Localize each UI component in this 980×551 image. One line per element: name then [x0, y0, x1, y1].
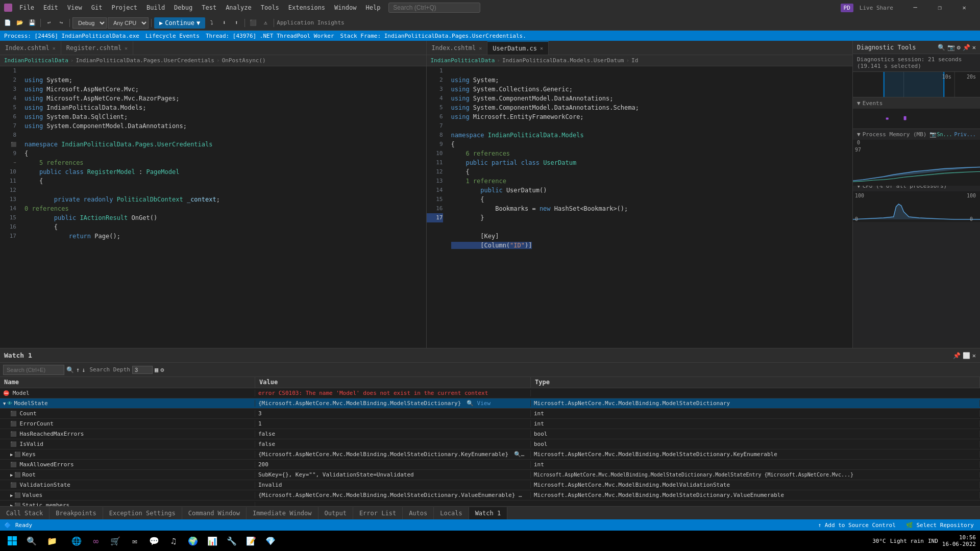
menu-edit[interactable]: Edit	[39, 3, 62, 12]
taskbar-mail-icon[interactable]: ✉	[126, 532, 144, 550]
tab-autos[interactable]: Autos	[403, 507, 434, 519]
watch-row-count[interactable]: ⬛ Count 3 int	[0, 409, 980, 419]
search-depth-input[interactable]	[132, 366, 153, 374]
taskbar-browser-icon[interactable]: 🌐	[67, 532, 86, 550]
save-btn[interactable]: 💾	[27, 17, 38, 29]
watch-row-static[interactable]: ▶ ⬛ Static members	[0, 500, 980, 506]
watch-search-input[interactable]	[3, 365, 64, 375]
watch-settings-icon[interactable]: ⚙	[160, 366, 164, 373]
menu-build[interactable]: Build	[142, 3, 169, 12]
tab-immediate-window[interactable]: Immediate Window	[247, 507, 318, 519]
undo-btn[interactable]: ↩	[43, 17, 55, 29]
platform-dropdown[interactable]: Any CPU	[108, 17, 149, 29]
watch-filter-icon[interactable]: ▦	[155, 366, 158, 373]
watch-row-errorcount[interactable]: ⬛ ErrorCount 1 int	[0, 419, 980, 429]
tab-close-icon[interactable]: ✕	[540, 45, 543, 51]
menu-tools[interactable]: Tools	[257, 3, 283, 12]
diag-settings-icon[interactable]: ⚙	[957, 44, 961, 51]
step-out-btn[interactable]: ⬆	[231, 17, 242, 29]
menu-test[interactable]: Test	[198, 3, 220, 12]
taskbar-teams-icon[interactable]: 💬	[145, 532, 163, 550]
right-code-editor[interactable]: 123456 789101112 1314151617 using System…	[427, 66, 853, 348]
live-share-btn[interactable]: Live Share	[860, 5, 893, 11]
taskbar-vs-icon[interactable]: ∞	[87, 532, 105, 550]
tab-breakpoints[interactable]: Breakpoints	[50, 507, 103, 519]
tab-index-cshtml-left[interactable]: Index.cshtml ✕	[0, 41, 61, 55]
menu-git[interactable]: Git	[87, 3, 107, 12]
watch-row-values[interactable]: ▶ ⬛ Values {Microsoft.AspNetCore.Mvc.Mod…	[0, 490, 980, 500]
lifecycle-events[interactable]: Lifecycle Events	[145, 33, 200, 39]
tab-output[interactable]: Output	[318, 507, 353, 519]
search-icon[interactable]: 🔍	[66, 366, 74, 373]
diag-camera-icon[interactable]: 📷	[947, 44, 955, 51]
tab-call-stack[interactable]: Call Stack	[0, 507, 50, 519]
taskbar-app2-icon[interactable]: 🔧	[223, 532, 241, 550]
continue-btn[interactable]: ▶ Continue ▼	[154, 17, 205, 29]
menu-debug[interactable]: Debug	[170, 3, 197, 12]
left-code-content[interactable]: using System; using Microsoft.AspNetCore…	[20, 66, 426, 348]
sort-down-icon[interactable]: ↓	[82, 366, 85, 373]
breakpoints-btn[interactable]: ⬛	[248, 17, 259, 29]
menu-window[interactable]: Window	[330, 3, 360, 12]
tab-exception-settings[interactable]: Exception Settings	[103, 507, 182, 519]
menu-view[interactable]: View	[63, 3, 86, 12]
new-file-btn[interactable]: 📄	[2, 17, 13, 29]
menu-project[interactable]: Project	[107, 3, 141, 12]
expand-modelstate-icon[interactable]: ▼	[3, 401, 6, 406]
watch-row-isvalid[interactable]: ⬛ IsValid false bool	[0, 439, 980, 449]
menu-file[interactable]: File	[15, 3, 38, 12]
tab-close-icon[interactable]: ✕	[53, 45, 56, 51]
taskbar-chrome-icon[interactable]: 🌍	[184, 532, 202, 550]
menu-help[interactable]: Help	[361, 3, 384, 12]
restore-btn[interactable]: ❐	[928, 0, 951, 15]
sort-up-icon[interactable]: ↑	[76, 366, 80, 373]
watch-row-maxallowed[interactable]: ⬛ MaxAllowedErrors 200 int	[0, 460, 980, 470]
memory-expand-icon[interactable]: ▼	[857, 131, 861, 138]
redo-btn[interactable]: ↪	[56, 17, 67, 29]
expand-values-icon[interactable]: ▶	[10, 493, 13, 498]
menu-extensions[interactable]: Extensions	[284, 3, 329, 12]
view-btn-values[interactable]: 🔍 View	[521, 492, 531, 498]
taskbar-store-icon[interactable]: 🛒	[106, 532, 125, 550]
left-code-editor[interactable]: 123456 78⬛9 ➡101112 1314151617 using Sys…	[0, 66, 426, 348]
open-btn[interactable]: 📂	[14, 17, 26, 29]
debug-config-dropdown[interactable]: Debug	[72, 17, 107, 29]
watch-row-hasreachedmaxerrors[interactable]: ⬛ HasReachedMaxErrors false bool	[0, 429, 980, 439]
step-in-btn[interactable]: ⬇	[218, 17, 230, 29]
memory-camera1-icon[interactable]: 📷	[929, 131, 937, 138]
view-btn-modelstate[interactable]: 🔍 View	[467, 400, 491, 407]
exception-btn[interactable]: ⚠	[260, 17, 271, 29]
watch-row-modelstate[interactable]: ▼ 👁 ModelState {Microsoft.AspNetCore.Mvc…	[0, 398, 980, 409]
step-over-btn[interactable]: ⤵	[206, 17, 217, 29]
close-btn[interactable]: ✕	[952, 0, 976, 15]
tab-watch-1[interactable]: Watch 1	[469, 507, 508, 519]
taskbar-app1-icon[interactable]: 📊	[203, 532, 222, 550]
tab-register-cshtml-left[interactable]: Register.cshtml ✕	[61, 41, 133, 55]
diag-search-icon[interactable]: 🔍	[938, 44, 945, 51]
watch-row-validationstate[interactable]: ⬛ ValidationState Invalid Microsoft.AspN…	[0, 480, 980, 490]
profile-initials[interactable]: PD	[841, 4, 853, 12]
watch-pin-icon[interactable]: 📌	[953, 352, 961, 359]
tab-userdatum-cs[interactable]: UserDatum.cs ✕	[487, 41, 549, 55]
expand-keys-icon[interactable]: ▶	[10, 452, 13, 457]
events-expand-icon[interactable]: ▼	[857, 100, 861, 107]
watch-close-icon[interactable]: ✕	[972, 352, 976, 359]
add-source-control-btn[interactable]: ↑ Add to Source Control	[816, 522, 897, 529]
watch-row-model[interactable]: ⛔ Model error CS0103: The name 'Model' d…	[0, 388, 980, 398]
menu-analyze[interactable]: Analyze	[222, 3, 256, 12]
tab-locals[interactable]: Locals	[434, 507, 469, 519]
right-code-content[interactable]: using System; using System.Collections.G…	[447, 66, 853, 348]
diag-pin-icon[interactable]: 📌	[963, 44, 970, 51]
taskbar-files-icon[interactable]: 📁	[43, 532, 61, 550]
title-search-input[interactable]	[388, 3, 480, 13]
watch-row-root[interactable]: ▶ ⬛ Root SubKey={}, Key="", ValidationSt…	[0, 470, 980, 480]
watch-row-keys[interactable]: ▶ ⬛ Keys {Microsoft.AspNetCore.Mvc.Model…	[0, 449, 980, 460]
start-button[interactable]	[4, 533, 20, 549]
tab-error-list[interactable]: Error List	[353, 507, 403, 519]
tab-close-icon[interactable]: ✕	[125, 45, 128, 51]
tab-index-cshtml-right[interactable]: Index.cshtml ✕	[427, 41, 488, 55]
watch-maximize-icon[interactable]: ⬜	[963, 352, 970, 359]
select-repository-btn[interactable]: 🌿 Select Repository	[904, 522, 976, 529]
tab-command-window[interactable]: Command Window	[182, 507, 247, 519]
minimize-btn[interactable]: ─	[903, 0, 927, 15]
